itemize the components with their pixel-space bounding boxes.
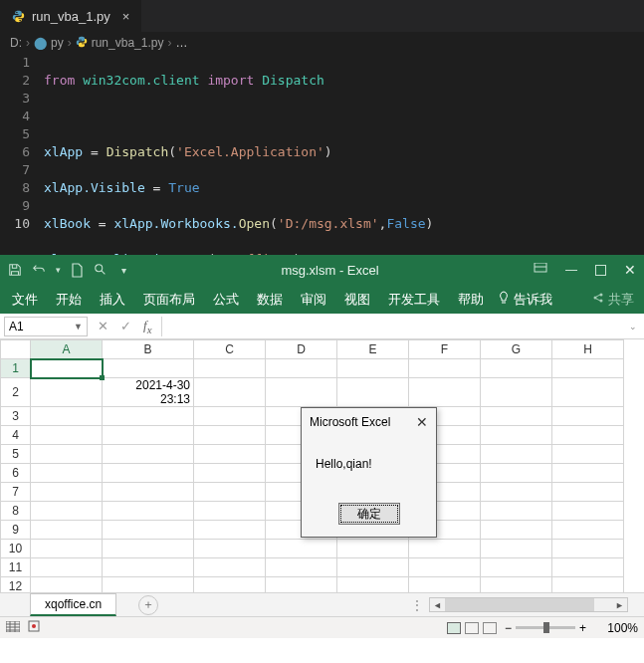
cell[interactable]	[103, 359, 194, 378]
view-normal-button[interactable]	[447, 622, 461, 634]
row-header[interactable]: 3	[1, 407, 31, 426]
cell[interactable]	[337, 378, 409, 407]
name-box[interactable]: A1 ▼	[4, 317, 88, 336]
row-header[interactable]: 8	[1, 502, 31, 521]
cell[interactable]	[552, 577, 624, 593]
save-icon[interactable]	[8, 263, 22, 277]
cell[interactable]	[194, 502, 266, 521]
macro-record-icon[interactable]	[28, 620, 40, 635]
cell[interactable]	[31, 558, 103, 577]
cell[interactable]: 2021-4-30 23:13	[103, 378, 194, 407]
cell[interactable]	[31, 378, 103, 407]
cell[interactable]	[103, 407, 194, 426]
row-header[interactable]: 5	[1, 445, 31, 464]
close-button[interactable]: ✕	[624, 262, 636, 278]
cell[interactable]	[552, 483, 624, 502]
cell[interactable]	[103, 483, 194, 502]
cell[interactable]	[266, 558, 337, 577]
ribbon-view[interactable]: 视图	[336, 287, 378, 313]
share-button[interactable]: 共享	[592, 291, 640, 309]
fx-icon[interactable]: fx	[143, 318, 151, 335]
cell[interactable]	[31, 540, 103, 558]
cell[interactable]	[266, 378, 337, 407]
cell[interactable]	[103, 521, 194, 540]
row-header[interactable]: 10	[1, 540, 31, 558]
row-header[interactable]: 7	[1, 483, 31, 502]
col-header[interactable]: H	[552, 340, 624, 359]
cell[interactable]	[552, 502, 624, 521]
ok-button[interactable]: 确定	[338, 503, 400, 525]
cell[interactable]	[103, 445, 194, 464]
cell[interactable]	[31, 464, 103, 483]
cell[interactable]	[337, 359, 409, 378]
cell[interactable]	[103, 426, 194, 445]
zoom-out-icon[interactable]: −	[505, 621, 512, 635]
maximize-button[interactable]	[595, 265, 606, 276]
cell[interactable]	[194, 359, 266, 378]
cell[interactable]	[481, 577, 552, 593]
cell[interactable]	[481, 359, 552, 378]
cell[interactable]	[103, 540, 194, 558]
cell[interactable]	[31, 483, 103, 502]
cell[interactable]	[481, 426, 552, 445]
cancel-icon[interactable]: ✕	[98, 319, 108, 333]
cell[interactable]	[266, 359, 337, 378]
zoom-slider[interactable]: − +	[505, 621, 586, 635]
cell[interactable]	[481, 464, 552, 483]
cell[interactable]	[337, 558, 409, 577]
cell[interactable]	[409, 577, 481, 593]
cell[interactable]	[194, 407, 266, 426]
cell[interactable]	[266, 540, 337, 558]
cell[interactable]	[337, 540, 409, 558]
cell[interactable]	[194, 464, 266, 483]
row-header[interactable]: 12	[1, 577, 31, 593]
cell[interactable]	[31, 502, 103, 521]
row-header[interactable]: 2	[1, 378, 31, 407]
col-header[interactable]: F	[409, 340, 481, 359]
cell[interactable]	[194, 577, 266, 593]
cell[interactable]	[103, 558, 194, 577]
row-header[interactable]: 9	[1, 521, 31, 540]
col-header[interactable]: A	[31, 340, 103, 359]
ribbon-help[interactable]: 帮助	[450, 287, 492, 313]
cell[interactable]	[481, 521, 552, 540]
cell[interactable]	[31, 521, 103, 540]
cell[interactable]	[552, 540, 624, 558]
cell[interactable]	[31, 577, 103, 593]
col-header[interactable]: C	[194, 340, 266, 359]
cell[interactable]	[194, 558, 266, 577]
undo-icon[interactable]	[32, 263, 46, 277]
cell[interactable]	[481, 558, 552, 577]
ribbon-layout[interactable]: 页面布局	[135, 287, 203, 313]
zoom-in-icon[interactable]: +	[579, 621, 586, 635]
row-header[interactable]: 6	[1, 464, 31, 483]
cell[interactable]	[481, 445, 552, 464]
close-icon[interactable]: ×	[122, 9, 130, 24]
cell[interactable]	[194, 483, 266, 502]
cell[interactable]	[103, 464, 194, 483]
cell[interactable]	[194, 540, 266, 558]
scroll-thumb[interactable]	[445, 598, 594, 611]
scroll-right-icon[interactable]: ►	[612, 600, 627, 610]
cell[interactable]	[552, 378, 624, 407]
row-header[interactable]: 1	[1, 359, 31, 378]
cell[interactable]	[552, 464, 624, 483]
ribbon-file[interactable]: 文件	[4, 287, 46, 313]
cell[interactable]	[31, 426, 103, 445]
add-sheet-button[interactable]: ＋	[138, 595, 158, 615]
cell[interactable]	[337, 577, 409, 593]
ribbon-insert[interactable]: 插入	[92, 287, 133, 313]
cell[interactable]	[552, 521, 624, 540]
qat-more-icon[interactable]: ▾	[56, 265, 61, 275]
zoom-percent[interactable]: 100%	[594, 621, 638, 635]
ribbon-data[interactable]: 数据	[249, 287, 291, 313]
view-page-break-button[interactable]	[483, 622, 497, 634]
enter-icon[interactable]: ✓	[120, 319, 131, 333]
cell[interactable]	[266, 577, 337, 593]
cell[interactable]	[481, 483, 552, 502]
close-icon[interactable]: ✕	[416, 414, 428, 430]
cell[interactable]	[481, 378, 552, 407]
h-scrollbar[interactable]: ◄ ►	[429, 597, 628, 612]
name-box-dropdown-icon[interactable]: ▼	[74, 322, 83, 332]
ribbon-home[interactable]: 开始	[48, 287, 90, 313]
